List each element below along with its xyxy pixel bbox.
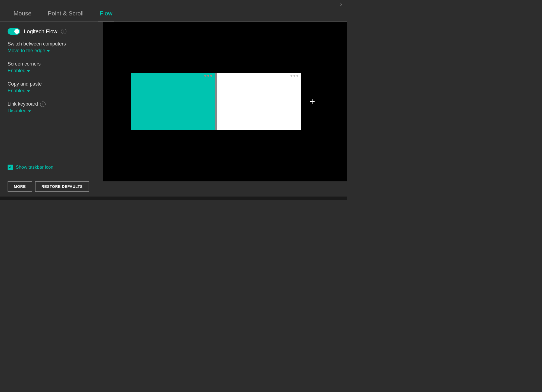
monitor-divider [215, 73, 217, 130]
dot-gray2 [293, 75, 295, 77]
monitor-left-dots [204, 75, 212, 77]
link-keyboard-chevron [28, 110, 31, 112]
dot-gray3 [296, 75, 298, 77]
show-taskbar-checkbox[interactable] [8, 165, 13, 170]
copy-paste-value[interactable]: Enabled [8, 88, 95, 94]
link-keyboard-info-icon[interactable]: i [40, 102, 46, 107]
switch-computers-setting: Switch between computers Move to the edg… [8, 41, 95, 54]
show-taskbar-row: Show taskbar icon [8, 165, 95, 170]
tab-flow[interactable]: Flow [92, 6, 120, 21]
dot-red [204, 75, 206, 77]
screen-corners-title: Screen corners [8, 61, 95, 67]
minimize-button[interactable]: – [331, 2, 335, 7]
navigation-tabs: Mouse Point & Scroll Flow [0, 0, 347, 22]
copy-paste-setting: Copy and paste Enabled [8, 81, 95, 94]
link-keyboard-title: Link keyboard i [8, 101, 95, 107]
monitor-right-dots [291, 75, 298, 77]
title-bar: – ✕ [327, 0, 347, 9]
more-button[interactable]: MORE [8, 181, 32, 192]
tab-mouse[interactable]: Mouse [5, 6, 40, 21]
bottom-button-row: MORE RESTORE DEFAULTS [0, 181, 347, 197]
main-content: Logitech Flow i Switch between computers… [0, 22, 347, 181]
restore-defaults-button[interactable]: RESTORE DEFAULTS [35, 181, 89, 192]
link-keyboard-value[interactable]: Disabled [8, 108, 95, 114]
dot-gray1 [291, 75, 292, 77]
tab-point-scroll[interactable]: Point & Scroll [40, 6, 92, 21]
copy-paste-title: Copy and paste [8, 81, 95, 87]
add-monitor-button[interactable]: + [305, 73, 319, 130]
flow-preview-area: + [103, 22, 347, 181]
copy-paste-chevron [27, 90, 30, 92]
dot-red2 [207, 75, 209, 77]
link-keyboard-setting: Link keyboard i Disabled [8, 101, 95, 114]
screen-corners-value[interactable]: Enabled [8, 68, 95, 74]
monitor-container: + [131, 73, 319, 130]
screen-corners-setting: Screen corners Enabled [8, 61, 95, 74]
switch-computers-value[interactable]: Move to the edge [8, 48, 95, 54]
logitech-flow-label: Logitech Flow [24, 28, 57, 35]
logitech-flow-info-icon[interactable]: i [61, 29, 66, 34]
logitech-flow-toggle-row: Logitech Flow i [8, 28, 95, 35]
close-button[interactable]: ✕ [339, 2, 344, 7]
switch-computers-title: Switch between computers [8, 41, 95, 47]
monitor-right [217, 73, 301, 130]
show-taskbar-label[interactable]: Show taskbar icon [16, 165, 53, 170]
switch-computers-chevron [47, 50, 50, 52]
logitech-flow-toggle[interactable] [8, 28, 20, 35]
dot-red3 [210, 75, 212, 77]
sidebar: Logitech Flow i Switch between computers… [0, 22, 103, 181]
footer: logi Wireless Mobile Mouse MX Anywhere 2… [0, 197, 347, 200]
sidebar-bottom: Show taskbar icon [8, 121, 95, 175]
screen-corners-chevron [27, 70, 30, 72]
monitor-left [131, 73, 215, 130]
